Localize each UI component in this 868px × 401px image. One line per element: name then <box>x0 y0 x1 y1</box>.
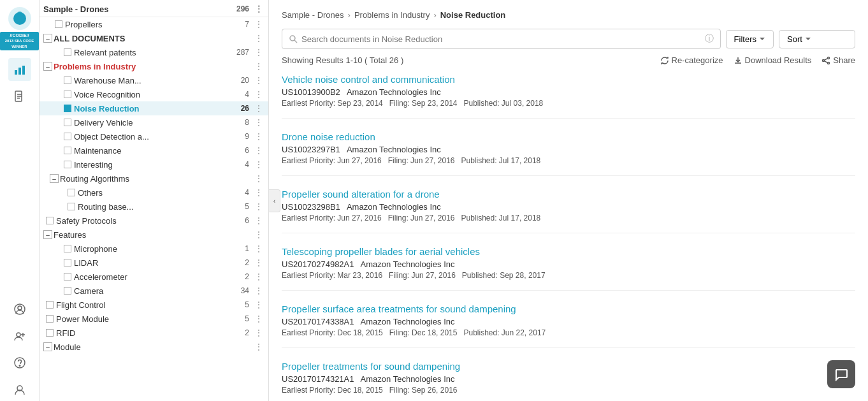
tree-row-all-documents[interactable]: – ALL DOCUMENTS ⋮ <box>40 31 268 45</box>
warehouse-checkbox[interactable] <box>64 77 71 84</box>
routing-toggle[interactable]: – <box>50 174 59 183</box>
patent-title-5[interactable]: Propeller treatments for sound dampening <box>282 361 855 372</box>
warehouse-menu[interactable]: ⋮ <box>253 75 264 85</box>
flight-control-checkbox[interactable] <box>46 301 54 309</box>
download-link[interactable]: Download Results <box>734 55 812 65</box>
delivery-vehicle-menu[interactable]: ⋮ <box>253 117 264 128</box>
all-documents-toggle[interactable]: – <box>43 34 52 43</box>
power-module-menu[interactable]: ⋮ <box>253 314 264 324</box>
voice-recognition-menu[interactable]: ⋮ <box>253 89 264 99</box>
tree-row-safety-protocols[interactable]: Safety Protocols 6 ⋮ <box>40 214 268 228</box>
propellers-checkbox[interactable] <box>55 20 62 28</box>
tree-row-microphone[interactable]: Microphone 1 ⋮ <box>40 242 268 256</box>
tree-row-relevant-patents[interactable]: Relevant patents 287 ⋮ <box>40 45 268 59</box>
nav-icon-charts[interactable] <box>8 58 31 81</box>
breadcrumb-part-1[interactable]: Sample - Drones <box>282 10 344 20</box>
tree-row-warehouse[interactable]: Warehouse Man... 20 ⋮ <box>40 73 268 87</box>
interesting-checkbox[interactable] <box>64 161 71 168</box>
tree-row-root[interactable]: Sample - Drones 296 ⋮ <box>40 0 268 17</box>
recategorize-link[interactable]: Re-categorize <box>660 55 723 65</box>
tree-row-camera[interactable]: Camera 34 ⋮ <box>40 284 268 298</box>
accelerometer-checkbox[interactable] <box>64 273 71 281</box>
nav-icon-document[interactable] <box>8 85 31 108</box>
features-toggle[interactable]: – <box>43 230 52 239</box>
rfid-menu[interactable]: ⋮ <box>253 328 264 338</box>
relevant-patents-checkbox[interactable] <box>64 48 71 56</box>
noise-reduction-menu[interactable]: ⋮ <box>253 103 264 113</box>
microphone-checkbox[interactable] <box>64 245 71 252</box>
routing-base-checkbox[interactable] <box>68 203 75 210</box>
tree-row-noise-reduction[interactable]: Noise Reduction 26 ⋮ <box>40 101 268 115</box>
tree-row-routing-base[interactable]: Routing base... 5 ⋮ <box>40 200 268 214</box>
tree-row-flight-control[interactable]: Flight Control 5 ⋮ <box>40 298 268 312</box>
patent-title-3[interactable]: Telescoping propeller blades for aerial … <box>282 246 855 257</box>
share-link[interactable]: Share <box>821 55 855 65</box>
routing-algorithms-menu[interactable]: ⋮ <box>253 173 264 184</box>
filters-button[interactable]: Filters <box>726 30 774 48</box>
collapse-panel-arrow[interactable]: ‹ <box>269 189 280 212</box>
rfid-checkbox[interactable] <box>46 329 54 337</box>
tree-row-lidar[interactable]: LIDAR 2 ⋮ <box>40 256 268 270</box>
maintenance-menu[interactable]: ⋮ <box>253 145 264 156</box>
power-module-checkbox[interactable] <box>46 315 54 323</box>
noise-reduction-checkbox[interactable] <box>64 105 71 112</box>
tree-row-problems-in-industry[interactable]: – Problems in Industry ⋮ <box>40 59 268 73</box>
module-menu[interactable]: ⋮ <box>253 342 264 352</box>
safety-protocols-label: Safety Protocols <box>56 216 245 226</box>
interesting-menu[interactable]: ⋮ <box>253 159 264 170</box>
results-meta: Showing Results 1-10 ( Total 26 ) Re-cat… <box>282 55 855 65</box>
problems-menu[interactable]: ⋮ <box>253 61 264 71</box>
tree-row-object-detection[interactable]: Object Detection a... 9 ⋮ <box>40 129 268 143</box>
accelerometer-menu[interactable]: ⋮ <box>253 272 264 282</box>
flight-control-menu[interactable]: ⋮ <box>253 300 264 310</box>
tree-row-routing-algorithms[interactable]: – Routing Algorithms ⋮ <box>40 171 268 186</box>
tree-row-accelerometer[interactable]: Accelerometer 2 ⋮ <box>40 270 268 284</box>
tree-row-voice-recognition[interactable]: Voice Recognition 4 ⋮ <box>40 87 268 101</box>
nav-icon-help[interactable] <box>8 351 31 374</box>
camera-menu[interactable]: ⋮ <box>253 286 264 296</box>
object-detection-checkbox[interactable] <box>64 133 71 140</box>
tree-row-rfid[interactable]: RFID 2 ⋮ <box>40 326 268 340</box>
delivery-vehicle-checkbox[interactable] <box>64 119 71 126</box>
voice-recognition-checkbox[interactable] <box>64 91 71 98</box>
camera-checkbox[interactable] <box>64 287 71 295</box>
propellers-menu[interactable]: ⋮ <box>253 19 264 29</box>
patent-dates-0: Earliest Priority: Sep 23, 2014 Filing: … <box>282 99 855 108</box>
relevant-patents-menu[interactable]: ⋮ <box>253 47 264 57</box>
patent-title-2[interactable]: Propeller sound alteration for a drone <box>282 189 855 200</box>
tree-row-delivery-vehicle[interactable]: Delivery Vehicle 8 ⋮ <box>40 115 268 129</box>
nav-icon-user-add[interactable] <box>8 324 31 347</box>
tree-row-others[interactable]: Others 4 ⋮ <box>40 186 268 200</box>
others-menu[interactable]: ⋮ <box>253 187 264 198</box>
lidar-menu[interactable]: ⋮ <box>253 258 264 268</box>
tree-row-maintenance[interactable]: Maintenance 6 ⋮ <box>40 143 268 157</box>
nav-icon-user-circle[interactable] <box>8 298 31 321</box>
maintenance-checkbox[interactable] <box>64 147 71 154</box>
tree-row-module[interactable]: – Module ⋮ <box>40 340 268 354</box>
routing-base-menu[interactable]: ⋮ <box>253 201 264 212</box>
features-menu[interactable]: ⋮ <box>253 230 264 240</box>
patent-title-0[interactable]: Vehicle noise control and communication <box>282 74 855 85</box>
safety-protocols-menu[interactable]: ⋮ <box>253 215 264 226</box>
svg-line-24 <box>825 58 828 60</box>
nav-icon-profile[interactable] <box>8 378 31 401</box>
patent-title-4[interactable]: Propeller surface area treatments for so… <box>282 303 855 314</box>
breadcrumb-part-2[interactable]: Problems in Industry <box>354 10 430 20</box>
object-detection-menu[interactable]: ⋮ <box>253 131 264 142</box>
module-toggle[interactable]: – <box>43 342 52 351</box>
search-input[interactable] <box>301 34 701 44</box>
chat-bubble[interactable] <box>827 360 855 388</box>
root-menu-icon[interactable]: ⋮ <box>253 4 264 14</box>
tree-row-power-module[interactable]: Power Module 5 ⋮ <box>40 312 268 326</box>
tree-row-interesting[interactable]: Interesting 4 ⋮ <box>40 157 268 171</box>
patent-title-1[interactable]: Drone noise reduction <box>282 131 855 142</box>
tree-row-propellers[interactable]: Propellers 7 ⋮ <box>40 17 268 31</box>
problems-toggle[interactable]: – <box>43 62 52 71</box>
tree-row-features[interactable]: – Features ⋮ <box>40 228 268 242</box>
lidar-checkbox[interactable] <box>64 259 71 266</box>
sort-button[interactable]: Sort <box>779 30 855 48</box>
microphone-menu[interactable]: ⋮ <box>253 244 264 254</box>
others-checkbox[interactable] <box>68 189 75 196</box>
safety-protocols-checkbox[interactable] <box>46 217 54 224</box>
all-documents-menu[interactable]: ⋮ <box>253 33 264 43</box>
